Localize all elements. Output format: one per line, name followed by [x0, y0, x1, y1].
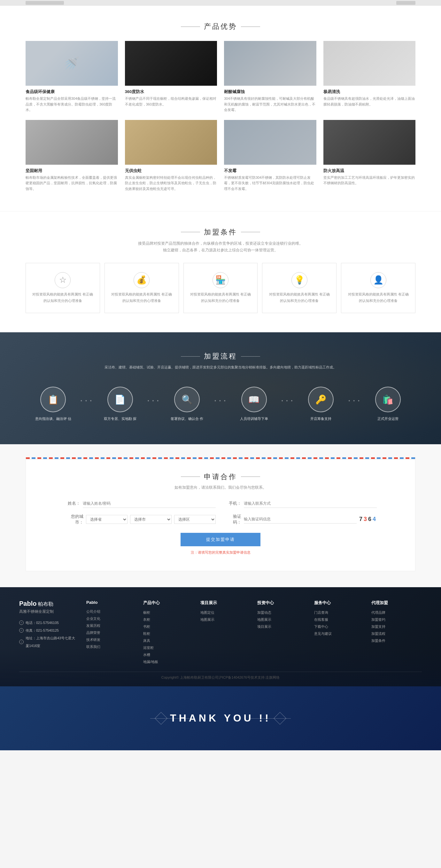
flow-step-label: 签署协议、确认合 作 [171, 416, 203, 422]
footer-col-item[interactable]: 地图展示 [200, 616, 251, 623]
franchise-card: ☆对投资双风格的能效具有两属性 有正确的认知和充分的心理准备 [26, 263, 100, 313]
footer-col-item[interactable]: 发展历程 [86, 622, 137, 629]
captcha-digit: 3 [364, 516, 368, 523]
footer-logo: Pablo 帕布勒 [19, 600, 77, 608]
product-section: 产品优势 🚿食品级环保健康帕布勒全屋定制产品全部采用304食品级不锈钢，坚持一流… [0, 6, 441, 211]
footer-col-item[interactable]: 浴室柜 [143, 644, 194, 651]
footer-col-title: Pablo [86, 600, 137, 605]
footer-col-title: 项目展示 [200, 600, 251, 606]
flow-steps: 📋意向指洽谈、融洽评 估• • •📄双方专居、实地勘 探• • •🔍签署协议、确… [26, 387, 415, 422]
product-item-title: 360度防水 [125, 89, 217, 95]
footer-col-item[interactable]: 地图定位 [200, 609, 251, 616]
contact-icon: ○ [19, 620, 24, 625]
apply-inner: 申请合作 如有加盟意向，请洽联系我们。我们会尽快与您联系。 姓名： 手机： 您的… [26, 459, 415, 571]
product-item: 耐酸碱腐蚀304不锈钢具有很好的耐腐蚀性能，可耐碱及大部分有机酸和无机酸的腐蚀，… [224, 41, 316, 113]
submit-button[interactable]: 提交加盟申请 [180, 533, 261, 546]
franchise-card: 💰对投资双风格的能效具有两属性 有正确的认知和充分的心理准备 [104, 263, 179, 313]
franchise-card-text: 对投资双风格的能效具有两属性 有正确的认知和充分的心理准备 [110, 291, 173, 304]
product-item-desc: 不锈钢产品不同于现在橱柜，组合结构避免渗漏，保证相对不老化成型，360度防水。 [125, 96, 217, 107]
footer-col-item[interactable]: 加盟支持 [371, 623, 422, 630]
contact-icon: ○ [19, 640, 24, 644]
footer-col-item[interactable]: 联系我们 [86, 643, 137, 650]
contact-text: 电话：021-57546105 [26, 619, 59, 626]
footer-col-item[interactable]: 品牌荣誉 [86, 629, 137, 636]
footer-col-title: 代理加盟 [371, 600, 422, 606]
apply-title: 申请合作 [64, 472, 377, 482]
product-image [324, 41, 416, 86]
flow-connector: • • • [348, 387, 360, 403]
footer-col-item[interactable]: 床具 [143, 637, 194, 644]
footer-col-item[interactable]: 地图展示 [257, 616, 308, 623]
product-item: 坚固耐用帕布勒市场的金属架构检验性技术，全面覆盖着，提供更强硬更稳固的产品，坚固… [26, 120, 118, 192]
product-item-title: 坚固耐用 [26, 168, 118, 174]
product-item-title: 不发霉 [224, 168, 316, 174]
flow-step-label: 意向指洽谈、融洽评 估 [35, 416, 71, 422]
city-select[interactable]: 选择市 [130, 515, 172, 524]
footer-column: 代理加盟代理品牌加盟签约加盟支持加盟流程加盟条件 [371, 600, 422, 665]
footer-col-item[interactable]: 橱柜 [143, 609, 194, 616]
product-image [224, 120, 316, 165]
captcha-input[interactable] [244, 515, 357, 524]
name-label: 姓名： [64, 500, 80, 506]
footer-col-item[interactable]: 加盟流程 [371, 630, 422, 637]
province-select[interactable]: 选择省 [86, 515, 128, 524]
product-image [224, 41, 316, 86]
franchise-subtitle: 接受品牌对投资产品范围的独体合作，向纵横合作竞争的区域，投资还设立专业业连锁行业… [26, 240, 415, 254]
footer-col-item[interactable]: 下载中心 [314, 623, 365, 630]
footer-col-item[interactable]: 在线客服 [314, 616, 365, 623]
flow-connector: • • • [214, 387, 226, 403]
flow-step-circle: 🔑 [308, 387, 334, 412]
product-item-desc: 不锈钢材质发霉可防304不锈钢，其防防水处理可防止发霉，更不容失败，结节节材30… [224, 175, 316, 192]
product-item: 360度防水不锈钢产品不同于现在橱柜，组合结构避免渗漏，保证相对不老化成型，36… [125, 41, 217, 113]
product-image: 🚿 [26, 41, 118, 86]
flow-connector: • • • [148, 387, 160, 403]
captcha-label: 验证码： [225, 514, 241, 525]
product-item-title: 无供虫蛀 [125, 168, 217, 174]
flow-step: 📄双方专居、实地勘 探 [93, 387, 148, 422]
product-item: 防火放高温坚实严密的加工工艺与环境高温环境板应，炉年更加密实的不锈钢材的防高温性… [324, 120, 416, 192]
footer-col-item[interactable]: 加盟动态 [257, 609, 308, 616]
footer-col-item[interactable]: 地漏/地板 [143, 658, 194, 665]
product-image [125, 120, 217, 165]
footer-column: 服务中心门店查询在线客服下载中心意见与建议 [314, 600, 365, 665]
flow-step-label: 开店筹备支持 [310, 416, 331, 422]
footer-content: Pablo 帕布勒 高雅不锈钢全屋定制 ○电话：021-57546105○传真：… [19, 600, 422, 665]
footer-col-item[interactable]: 公司介绍 [86, 608, 137, 615]
footer-col-item[interactable]: 加盟签约 [371, 616, 422, 623]
franchise-card-text: 对投资双风格的能效具有两属性 有正确的认知和充分的心理准备 [346, 291, 410, 304]
footer-col-item[interactable]: 书柜 [143, 623, 194, 630]
footer-contact-item: ○地址：上海市吉山路43号七星大厦1416室 [19, 634, 77, 650]
phone-input[interactable] [244, 499, 377, 508]
franchise-title: 加盟条件 [26, 227, 415, 237]
footer-brand: Pablo 帕布勒 高雅不锈钢全屋定制 ○电话：021-57546105○传真：… [19, 600, 77, 665]
flow-subtitle: 采洁布、建辖、基础铺筑、试验、开店运赢、提供铺辖，跟进开发割定多元部位的集聚当地… [26, 364, 415, 371]
flow-step: 📖人员培训辅导下单 [227, 387, 281, 422]
footer-col-item[interactable]: 项目展示 [257, 623, 308, 630]
product-item: 无供虫蛀真实金属橱柜架构密封特别处理不会出现任何虫蛀品种的，防止发生虫蛀，防止生… [125, 120, 217, 192]
form-note: 注：请填写您的完整真实加盟申请信息 [64, 550, 377, 555]
flow-step: 🛍️正式开业运营 [361, 387, 415, 422]
envelope-wrapper: 申请合作 如有加盟意向，请洽联系我们。我们会尽快与您联系。 姓名： 手机： 您的… [26, 457, 415, 571]
district-select[interactable]: 选择区 [174, 515, 216, 524]
captcha-digit: 4 [373, 516, 377, 523]
franchise-card-icon: 🏪 [212, 272, 229, 288]
footer-col-item[interactable]: 鞋柜 [143, 630, 194, 637]
product-item-title: 食品级环保健康 [26, 89, 118, 95]
captcha-display: 7364 [359, 516, 377, 523]
footer-col-item[interactable]: 技术研发 [86, 636, 137, 643]
flow-connector: • • • [281, 387, 293, 403]
area-label: 您的城市： [64, 514, 83, 525]
footer-col-item[interactable]: 衣柜 [143, 616, 194, 623]
footer-copyright: Copyright© 上海帕布勒厨卫有限公司沪ICP备14042676号技术支持… [19, 672, 422, 680]
footer-col-item[interactable]: 门店查询 [314, 609, 365, 616]
footer-col-item[interactable]: 意见与建议 [314, 630, 365, 637]
footer-col-item[interactable]: 水槽 [143, 651, 194, 658]
footer-col-item[interactable]: 企业文化 [86, 615, 137, 622]
phone-label: 手机： [225, 500, 241, 506]
name-input[interactable] [83, 499, 216, 508]
footer-col-item[interactable]: 代理品牌 [371, 609, 422, 616]
footer-col-item[interactable]: 加盟条件 [371, 637, 422, 644]
contact-text: 地址：上海市吉山路43号七星大厦1416室 [26, 634, 77, 650]
flow-step-circle: 🛍️ [375, 387, 401, 412]
product-title: 产品优势 [26, 22, 415, 31]
